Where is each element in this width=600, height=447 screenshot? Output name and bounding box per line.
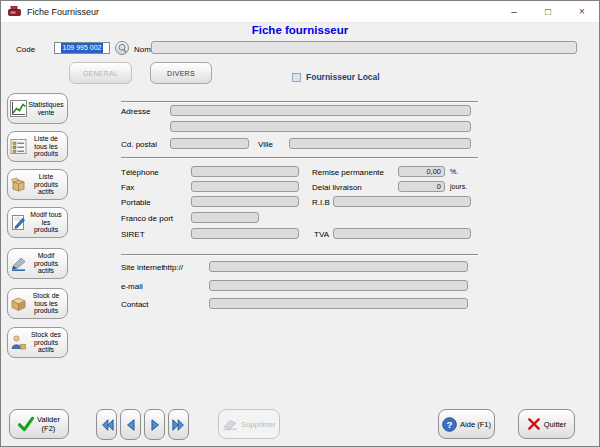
site-internet-label: Site internet [121,263,164,272]
box-icon [10,295,27,312]
remise-suffix: %. [450,168,458,175]
edit-page-icon [10,214,27,231]
portable-input[interactable] [191,196,299,207]
code-value-selected: 109 995 002 [61,43,104,53]
fournisseur-local-checkbox[interactable] [292,73,301,82]
page-title: Fiche fournisseur [1,24,599,36]
eraser-icon [222,418,238,431]
fax-input[interactable] [191,181,299,192]
fournisseur-local-field: Fournisseur Local [292,72,380,82]
adresse-line1-input[interactable] [170,105,471,116]
delai-livraison-input[interactable] [398,181,445,192]
fiche-fournisseur-window: Fiche Fournisseur – □ × Fiche fournisseu… [0,0,600,447]
titlebar: Fiche Fournisseur – □ × [1,1,599,23]
sidebar-modif-tous-produits-button[interactable]: Modif tous les produits [7,207,68,238]
list-icon [10,138,27,155]
separator-line [121,157,478,159]
sidebar-stock-tous-produits-button[interactable]: Stock de tous les produits [7,288,68,319]
ville-input[interactable] [289,138,471,149]
svg-text:?: ? [447,418,453,429]
previous-record-icon [124,418,138,432]
pencil-icon [10,255,27,272]
telephone-label: Téléphone [121,168,159,177]
sidebar-item-label: Statistiques vente [27,101,65,117]
valider-button[interactable]: Valider (F2) [9,409,69,439]
remise-permanente-input[interactable] [398,166,445,177]
lookup-button[interactable] [115,41,129,55]
tva-label: TVA [314,230,329,239]
close-x-icon [527,417,541,431]
sidebar-item-label: Modif tous les produits [27,211,65,234]
tva-input[interactable] [333,228,471,239]
tab-divers[interactable]: DIVERS [150,62,212,84]
franco-de-port-input[interactable] [191,212,259,223]
fournisseur-local-label: Fournisseur Local [306,72,380,82]
adresse-label: Adresse [121,107,150,116]
first-record-icon [100,418,114,432]
sidebar-item-label: Liste produits actifs [27,173,65,196]
next-record-icon [148,418,162,432]
delai-livraison-label: Delai livraison [312,183,362,192]
separator-line [121,101,478,103]
nav-previous-button[interactable] [120,409,141,440]
sidebar-item-label: Modif produits actifs [27,252,65,275]
code-field[interactable]: 109 995 002 [54,42,110,54]
nom-label: Nom [134,45,151,54]
magnifier-icon [117,43,128,54]
ville-label: Ville [258,140,273,149]
separator-line [121,254,478,256]
tab-general[interactable]: GENERAL [69,62,132,84]
aide-button[interactable]: ? Aide (F1) [438,409,495,439]
sidebar-statistiques-vente-button[interactable]: Statistiques vente [7,93,68,124]
email-label: e-mail [121,282,143,291]
last-record-icon [172,418,186,432]
sidebar-stock-produits-actifs-button[interactable]: Stock des produits actifs [7,327,68,358]
sidebar-liste-tous-produits-button[interactable]: Liste de tous les produits [7,131,68,162]
nav-next-button[interactable] [144,409,165,440]
help-icon: ? [442,417,457,432]
close-button[interactable]: × [565,1,599,22]
nom-input[interactable] [151,41,577,54]
supprimer-button[interactable]: Supprimer [218,409,280,439]
sidebar-modif-produits-actifs-button[interactable]: Modif produits actifs [7,248,68,279]
http-prefix: http:// [163,263,183,272]
sidebar-item-label: Liste de tous les produits [27,135,65,158]
maximize-button[interactable]: □ [531,1,565,22]
remise-permanente-label: Remise permanente [312,168,384,177]
adresse-line2-input[interactable] [170,121,471,132]
franco-de-port-label: Franco de port [121,214,173,223]
contact-label: Contact [121,300,149,309]
person-box-icon [10,334,27,351]
open-box-icon [10,176,27,193]
delai-suffix: jours. [450,183,467,190]
window-title: Fiche Fournisseur [27,7,99,17]
contact-input[interactable] [209,298,468,309]
aide-label: Aide (F1) [460,420,491,429]
quitter-button[interactable]: Quitter [518,409,575,439]
sidebar-item-label: Stock des produits actifs [27,331,65,354]
siret-input[interactable] [191,228,299,239]
quitter-label: Quitter [544,420,567,429]
site-internet-input[interactable] [209,261,468,272]
email-input[interactable] [209,280,468,291]
nav-last-button[interactable] [168,409,189,440]
app-icon [8,6,21,17]
minimize-button[interactable]: – [497,1,531,22]
rib-label: R.I.B [312,198,330,207]
rib-input[interactable] [333,196,471,207]
siret-label: SIRET [121,230,145,239]
nav-first-button[interactable] [96,409,117,440]
check-icon [18,416,34,432]
code-label: Code [16,45,35,54]
chart-icon [10,100,27,117]
telephone-input[interactable] [191,166,299,177]
cd-postal-label: Cd. postal [121,140,157,149]
supprimer-label: Supprimer [241,420,276,429]
valider-label: Valider (F2) [37,415,60,433]
window-controls: – □ × [497,1,599,22]
portable-label: Portable [121,198,151,207]
cd-postal-input[interactable] [170,138,249,149]
sidebar-liste-produits-actifs-button[interactable]: Liste produits actifs [7,169,68,200]
fax-label: Fax [121,183,134,192]
sidebar-item-label: Stock de tous les produits [27,292,65,315]
